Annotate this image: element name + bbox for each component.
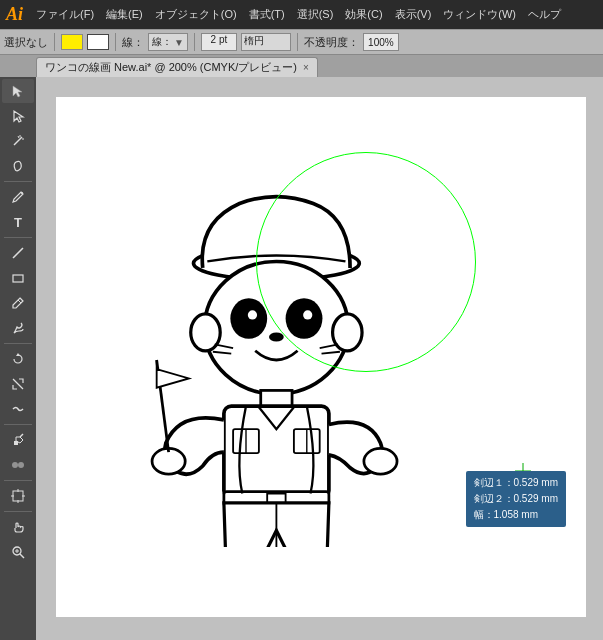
width-input[interactable]: 2 pt bbox=[201, 33, 237, 51]
shape-select[interactable]: 楕円 bbox=[241, 33, 291, 51]
svg-point-4 bbox=[21, 192, 23, 194]
measurement-tooltip: 剣辺１：0.529 mm 剣辺２：0.529 mm 幅：1.058 mm bbox=[466, 471, 566, 527]
svg-line-11 bbox=[20, 434, 23, 437]
tool-artboard[interactable] bbox=[2, 484, 34, 508]
tool-selection[interactable] bbox=[2, 79, 34, 103]
tool-magic-wand[interactable] bbox=[2, 129, 34, 153]
separator-4 bbox=[297, 33, 298, 51]
tool-eyedropper[interactable] bbox=[2, 428, 34, 452]
tab-close-button[interactable]: × bbox=[303, 62, 309, 73]
menu-select[interactable]: 選択(S) bbox=[292, 5, 339, 24]
character-illustration bbox=[106, 127, 456, 547]
menu-file[interactable]: ファイル(F) bbox=[31, 5, 99, 24]
tooltip-line2: 剣辺２：0.529 mm bbox=[474, 491, 558, 507]
tool-pen[interactable] bbox=[2, 185, 34, 209]
tool-separator-4 bbox=[4, 424, 32, 425]
stroke-swatch[interactable] bbox=[87, 34, 109, 50]
svg-point-29 bbox=[286, 298, 323, 339]
menu-help[interactable]: ヘルプ bbox=[523, 5, 566, 24]
svg-point-30 bbox=[303, 310, 312, 319]
tool-paintbrush[interactable] bbox=[2, 316, 34, 340]
tab-bar: ワンコの線画 New.ai* @ 200% (CMYK/プレビュー) × bbox=[0, 55, 603, 77]
menu-bar: ファイル(F) 編集(E) オブジェクト(O) 書式(T) 選択(S) 効果(C… bbox=[31, 5, 566, 24]
text-icon: T bbox=[14, 215, 22, 230]
separator-3 bbox=[194, 33, 195, 51]
tool-hand[interactable] bbox=[2, 515, 34, 539]
tool-direct-selection[interactable] bbox=[2, 104, 34, 128]
opacity-input[interactable]: 100% bbox=[363, 33, 399, 51]
svg-line-7 bbox=[18, 300, 21, 303]
fill-swatch[interactable] bbox=[61, 34, 83, 50]
svg-rect-6 bbox=[13, 275, 23, 282]
tool-separator-6 bbox=[4, 511, 32, 512]
menu-window[interactable]: ウィンドウ(W) bbox=[438, 5, 521, 24]
svg-point-31 bbox=[269, 332, 284, 341]
stroke-label: 線： bbox=[122, 35, 144, 50]
menu-effect[interactable]: 効果(C) bbox=[340, 5, 387, 24]
menu-object[interactable]: オブジェクト(O) bbox=[150, 5, 242, 24]
ai-logo: Ai bbox=[6, 4, 23, 25]
tool-pencil[interactable] bbox=[2, 291, 34, 315]
left-toolbar: T bbox=[0, 77, 36, 640]
tool-separator-3 bbox=[4, 343, 32, 344]
document-canvas[interactable]: 剣辺１：0.529 mm 剣辺２：0.529 mm 幅：1.058 mm bbox=[56, 97, 586, 617]
tool-text[interactable]: T bbox=[2, 210, 34, 234]
tool-lasso[interactable] bbox=[2, 154, 34, 178]
svg-point-13 bbox=[18, 462, 24, 468]
separator-2 bbox=[115, 33, 116, 51]
svg-line-5 bbox=[13, 248, 23, 258]
tab-title: ワンコの線画 New.ai* @ 200% (CMYK/プレビュー) bbox=[45, 60, 297, 75]
tool-separator-5 bbox=[4, 480, 32, 481]
svg-point-44 bbox=[152, 448, 185, 474]
tool-rect[interactable] bbox=[2, 266, 34, 290]
tool-blend[interactable] bbox=[2, 453, 34, 477]
opacity-label: 不透明度： bbox=[304, 35, 359, 50]
svg-rect-14 bbox=[13, 491, 23, 501]
svg-line-20 bbox=[20, 554, 24, 558]
svg-point-12 bbox=[12, 462, 18, 468]
svg-point-24 bbox=[205, 261, 349, 394]
title-bar: Ai ファイル(F) 編集(E) オブジェクト(O) 書式(T) 選択(S) 効… bbox=[0, 0, 603, 29]
tool-rotate[interactable] bbox=[2, 347, 34, 371]
svg-line-1 bbox=[18, 136, 19, 138]
canvas-area[interactable]: 剣辺１：0.529 mm 剣辺２：0.529 mm 幅：1.058 mm bbox=[36, 77, 603, 640]
svg-point-27 bbox=[230, 298, 267, 339]
options-bar: 選択なし 線： 線： ▼ 2 pt 楕円 不透明度： 100% bbox=[0, 29, 603, 55]
menu-view[interactable]: 表示(V) bbox=[390, 5, 437, 24]
tool-line[interactable] bbox=[2, 241, 34, 265]
separator-1 bbox=[54, 33, 55, 51]
menu-type[interactable]: 書式(T) bbox=[244, 5, 290, 24]
stroke-dropdown[interactable]: 線： ▼ bbox=[148, 33, 188, 51]
svg-marker-8 bbox=[16, 353, 20, 356]
select-none-label: 選択なし bbox=[4, 35, 48, 50]
main-layout: T bbox=[0, 77, 603, 640]
tooltip-line1: 剣辺１：0.529 mm bbox=[474, 475, 558, 491]
svg-point-28 bbox=[248, 310, 257, 319]
tool-separator-1 bbox=[4, 181, 32, 182]
tool-separator-2 bbox=[4, 237, 32, 238]
tool-zoom[interactable] bbox=[2, 540, 34, 564]
svg-line-0 bbox=[14, 137, 22, 145]
tool-warp[interactable] bbox=[2, 397, 34, 421]
menu-edit[interactable]: 編集(E) bbox=[101, 5, 148, 24]
tooltip-line3: 幅：1.058 mm bbox=[474, 507, 558, 523]
svg-line-9 bbox=[13, 379, 23, 389]
document-tab[interactable]: ワンコの線画 New.ai* @ 200% (CMYK/プレビュー) × bbox=[36, 57, 318, 77]
tool-scale[interactable] bbox=[2, 372, 34, 396]
svg-point-46 bbox=[364, 448, 397, 474]
